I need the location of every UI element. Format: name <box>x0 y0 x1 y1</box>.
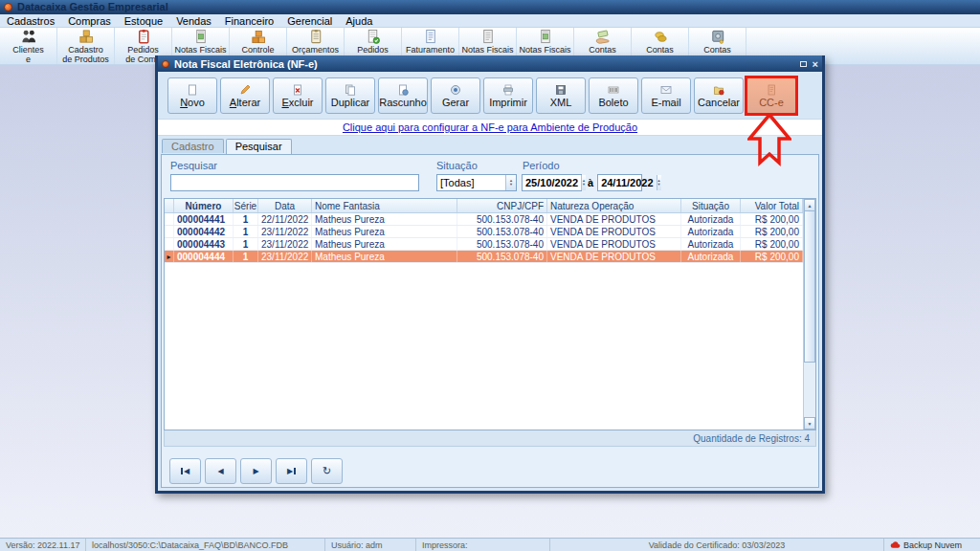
draft-icon <box>397 84 409 96</box>
menu-ajuda[interactable]: Ajuda <box>339 14 379 28</box>
printer-icon <box>502 84 514 96</box>
records-count-bar: Quantidade de Registros: 4 <box>164 430 816 447</box>
cell-serie: 1 <box>234 251 258 262</box>
cell-cnpj: 500.153.078-40 <box>457 238 547 250</box>
date-from-value: 25/10/2022 <box>523 177 581 188</box>
nfe-dialog-titlebar[interactable]: Nota Fiscal Eletrônica (NF-e) × <box>158 55 822 72</box>
toolbar-label: Orçamentos <box>292 45 339 55</box>
cell-data: 23/11/2022 <box>258 251 312 262</box>
cancel-folder-icon <box>713 84 724 96</box>
email-button[interactable]: E-mail <box>641 77 691 114</box>
nav-last-icon <box>294 468 296 474</box>
cell-serie: 1 <box>234 213 258 225</box>
close-icon[interactable]: × <box>813 59 818 69</box>
toolbar-label: Clientes <box>12 45 44 55</box>
toolbar-cadastro-produtos[interactable]: Cadastro de Produtos <box>57 28 115 64</box>
duplicate-icon <box>345 84 356 96</box>
menu-compras[interactable]: Compras <box>61 14 118 28</box>
novo-button[interactable]: Novo <box>167 77 217 114</box>
toolbar-label: Controle <box>241 45 274 55</box>
nav-last-button[interactable]: ▶ <box>276 458 307 484</box>
selected-row-marker-icon: ▸ <box>165 251 174 262</box>
cell-valor: R$ 200,00 <box>741 226 803 237</box>
barcode-icon <box>608 84 619 96</box>
scroll-thumb[interactable] <box>804 211 815 363</box>
search-input[interactable] <box>170 174 419 191</box>
nfe-dialog-body: Novo Alterar Excluir Duplicar Rascunho G… <box>158 72 822 491</box>
header-cnpj[interactable]: CNPJ/CPF <box>457 199 547 212</box>
cell-situacao: Autorizada <box>681 238 741 250</box>
tab-strip: Cadastro Pesquisar <box>158 136 822 153</box>
imprimir-button[interactable]: Imprimir <box>483 77 533 114</box>
toolbar-label: de Produtos <box>62 55 109 64</box>
tab-cadastro[interactable]: Cadastro <box>162 139 224 153</box>
toolbar-clientes-fornecedores[interactable]: Clientes e Fornecedores <box>0 28 57 64</box>
spinner-icon[interactable]: ▲▼ <box>505 175 516 190</box>
invoice-in-icon <box>190 29 212 45</box>
scroll-down-icon[interactable]: ▼ <box>804 417 815 430</box>
menu-financeiro[interactable]: Financeiro <box>218 14 280 28</box>
menu-vendas[interactable]: Vendas <box>169 14 218 28</box>
menu-estoque[interactable]: Estoque <box>118 14 169 28</box>
cancelar-button[interactable]: Cancelar <box>694 77 744 114</box>
scroll-track[interactable] <box>804 363 815 417</box>
status-usuario: Usuário: adm <box>325 539 416 551</box>
spinner-icon[interactable]: ▲▼ <box>657 175 661 190</box>
date-to-field[interactable]: 24/11/2022 ▲▼ <box>597 174 642 191</box>
table-row[interactable]: 000004443 1 23/11/2022 Matheus Pureza 50… <box>165 238 803 251</box>
toolbar-label: Contas <box>589 45 616 55</box>
scroll-up-icon[interactable]: ▲ <box>804 199 815 211</box>
boleto-button[interactable]: Boleto <box>589 77 638 114</box>
refresh-icon: ↻ <box>323 465 331 477</box>
header-numero[interactable]: Número <box>174 199 234 212</box>
configure-nfe-link[interactable]: Clique aqui para configurar a NF-e para … <box>343 121 637 133</box>
excluir-button[interactable]: Excluir <box>273 77 323 114</box>
table-row[interactable]: 000004442 1 23/11/2022 Matheus Pureza 50… <box>165 226 803 238</box>
cce-highlight-annotation <box>745 76 798 116</box>
cell-numero: 000004444 <box>174 251 234 262</box>
duplicar-button[interactable]: Duplicar <box>325 77 375 114</box>
button-label: XML <box>550 97 572 108</box>
cell-cnpj: 500.153.078-40 <box>457 213 547 225</box>
xml-button[interactable]: XML <box>536 77 586 114</box>
cce-button[interactable]: CC-e <box>746 77 796 114</box>
button-label: Alterar <box>230 97 260 108</box>
menu-cadastros[interactable]: Cadastros <box>0 14 61 28</box>
nav-first-button[interactable]: ◀ <box>169 458 201 484</box>
vertical-scrollbar[interactable]: ▲ ▼ <box>803 199 815 430</box>
table-row[interactable]: 000004441 1 22/11/2022 Matheus Pureza 50… <box>165 213 803 226</box>
nav-refresh-button[interactable]: ↻ <box>311 458 343 484</box>
alterar-button[interactable]: Alterar <box>220 77 270 114</box>
situacao-select[interactable]: [Todas] ▲▼ <box>436 174 517 191</box>
header-serie[interactable]: Série <box>234 199 258 212</box>
header-situacao[interactable]: Situação <box>681 199 741 212</box>
header-data[interactable]: Data <box>258 199 312 212</box>
toolbar-label: e Fornecedores <box>0 55 56 64</box>
date-from-field[interactable]: 25/10/2022 ▲▼ <box>522 174 582 191</box>
toolbar-label: Pedidos <box>127 45 159 55</box>
button-label: E-mail <box>651 97 680 108</box>
app-logo-icon <box>4 3 12 11</box>
nav-prev-button[interactable]: ◀ <box>205 458 236 484</box>
header-nome[interactable]: Nome Fantasia <box>312 199 457 212</box>
tab-pesquisar[interactable]: Pesquisar <box>226 139 292 154</box>
restore-icon[interactable] <box>800 61 807 67</box>
button-label: Excluir <box>281 97 313 108</box>
button-label: Rascunho <box>379 97 427 108</box>
status-backup[interactable]: Backup Nuvem <box>884 539 980 551</box>
toolbar-label: Notas Fiscais <box>174 45 226 55</box>
nav-next-button[interactable]: ▶ <box>240 458 272 484</box>
cell-situacao: Autorizada <box>681 213 741 225</box>
rascunho-button[interactable]: Rascunho <box>378 77 428 114</box>
main-titlebar: Datacaixa Gestão Empresarial <box>0 0 980 14</box>
menu-gerencial[interactable]: Gerencial <box>280 14 339 28</box>
cell-numero: 000004443 <box>174 238 234 250</box>
gerar-button[interactable]: Gerar <box>431 77 480 114</box>
toolbar-label: Notas Fiscais <box>461 45 513 55</box>
table-row-selected[interactable]: ▸ 000004444 1 23/11/2022 Matheus Pureza … <box>165 251 803 263</box>
header-valor[interactable]: Valor Total <box>741 199 803 212</box>
header-natureza[interactable]: Natureza Operação <box>547 199 681 212</box>
service-invoice-icon <box>535 29 556 45</box>
stock-control-icon <box>248 29 269 45</box>
nfe-dialog-icon <box>162 60 169 68</box>
